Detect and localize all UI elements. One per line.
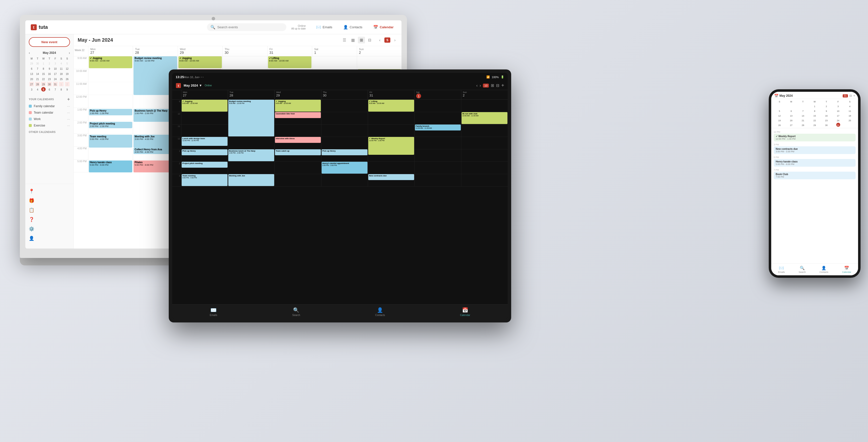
cal-day[interactable]: 17: [53, 71, 58, 76]
cal-day[interactable]: 22: [41, 77, 46, 81]
t-event-jogging-mon[interactable]: ✓ Jogging 9:00 AM - 10:00 AM: [182, 100, 227, 112]
p-day-17[interactable]: 17: [836, 113, 840, 117]
sidebar-icon-tasks[interactable]: 📋: [25, 206, 73, 215]
nav-emails[interactable]: ✉️ Emails: [313, 23, 335, 31]
t-event-report-fri[interactable]: ✓ Weekly Report 12:00 PM - 1:30 PM: [368, 137, 414, 155]
t-event-henry-thu[interactable]: Pick up Henry: [321, 149, 368, 155]
p-day-20[interactable]: 20: [789, 118, 793, 122]
phone-nav-calendar[interactable]: 📅 Calendar: [842, 266, 851, 273]
cal-day-29[interactable]: 29: [41, 82, 46, 86]
cal-day-30[interactable]: 30: [47, 82, 52, 86]
nav-contacts[interactable]: 👤 Contacts: [340, 23, 365, 31]
event-jogging-mon[interactable]: ✓ Jogging 9:00 AM - 10:00 AM: [89, 56, 132, 68]
p-day-5[interactable]: 5: [777, 108, 781, 113]
cal-day[interactable]: 3: [53, 61, 58, 65]
sidebar-icon-help[interactable]: ❓: [25, 215, 73, 224]
p-day-11[interactable]: 11: [848, 108, 852, 113]
p-day-14[interactable]: 14: [801, 113, 805, 117]
cal-day-27[interactable]: 27: [29, 82, 34, 86]
mini-cal-prev[interactable]: ‹: [29, 51, 30, 55]
p-day-3[interactable]: 3: [836, 104, 840, 108]
t-event-team-mon[interactable]: Team meeting 3:00 PM - 4:00 PM: [182, 174, 227, 186]
tablet-view-week-icon[interactable]: ⊞: [491, 83, 494, 88]
cal-day[interactable]: 12: [65, 66, 69, 71]
cal-day[interactable]: 19: [65, 71, 69, 76]
cal-day[interactable]: 29: [29, 61, 34, 65]
p-day[interactable]: [777, 104, 781, 108]
p-day-26[interactable]: 26: [777, 123, 781, 127]
new-event-button[interactable]: New event: [29, 37, 70, 47]
t-event-biz-tue[interactable]: Business lunch @ The Harp 1:00 PM - 2:00…: [228, 149, 274, 161]
cal-day[interactable]: 4: [35, 87, 40, 92]
t-event-lunch-mon[interactable]: Lunch with design team 12:00 PM - 12:45 …: [182, 137, 227, 146]
phone-nav-emails[interactable]: ✉️ Emails: [778, 266, 785, 273]
cal-day[interactable]: 18: [59, 71, 64, 76]
cal-day-1[interactable]: 1: [59, 82, 64, 86]
cal-day[interactable]: 21: [35, 77, 40, 81]
t-event-dentist-thu[interactable]: Henry's dentist appointment 2:00 PM - 3:…: [321, 162, 368, 173]
p-day-9[interactable]: 9: [824, 108, 828, 113]
p-day-6[interactable]: 6: [789, 108, 793, 113]
cal-day[interactable]: 13: [29, 71, 34, 76]
t-event-team-wed[interactable]: Team catch up: [275, 149, 321, 155]
cal-day[interactable]: 24: [53, 77, 58, 81]
p-day-22[interactable]: 22: [813, 118, 817, 122]
cal-day[interactable]: 6: [47, 87, 52, 92]
cal-day[interactable]: 26: [65, 77, 69, 81]
view-month-button[interactable]: ⊟: [366, 37, 373, 43]
tablet-today-badge[interactable]: 10: [483, 84, 489, 88]
cal-day-31[interactable]: 31: [53, 82, 58, 86]
p-day-15[interactable]: 15: [813, 113, 817, 117]
tablet-month-button[interactable]: May 2024 ▼: [184, 84, 202, 87]
cal-day[interactable]: 20: [29, 77, 34, 81]
p-day[interactable]: [801, 104, 805, 108]
cal-day[interactable]: 9: [65, 87, 69, 92]
tablet-next-button[interactable]: ›: [480, 83, 481, 88]
cal-day[interactable]: 2: [47, 61, 52, 65]
t-event-5k-sun[interactable]: 5k run with club 10:00 AM - 11:00 AM: [462, 112, 507, 124]
phone-today-badge[interactable]: 31: [843, 94, 848, 97]
event-pitch-mon[interactable]: Project pitch meeting 2:00 PM - 2:30 PM: [89, 122, 132, 128]
t-event-cav-wed[interactable]: Cavendish Site Visit: [275, 112, 321, 118]
p-day-30[interactable]: 30: [824, 123, 828, 127]
cal-day[interactable]: 8: [59, 87, 64, 92]
t-event-jog-wed[interactable]: ✓ Jogging 9:00 AM - 10:00 AM: [275, 100, 321, 112]
cal-day[interactable]: 30: [35, 61, 40, 65]
cal-day-2[interactable]: 2: [65, 82, 69, 86]
sidebar-icon-settings[interactable]: ⚙️: [25, 224, 73, 234]
phone-add-button[interactable]: +: [854, 94, 855, 97]
t-event-contracts-fri[interactable]: New contracts due: [368, 174, 414, 180]
p-day-29[interactable]: 29: [813, 123, 817, 127]
p-event-bookclub[interactable]: Book Club 7:00 PM: [774, 171, 856, 179]
t-event-budget-tue[interactable]: Budget review meeting 9:00 AM - 12:00 PM: [228, 100, 274, 136]
event-jogging-wed[interactable]: ✓ Jogging 9:00 AM - 10:00 AM: [178, 56, 222, 68]
sidebar-icon-gift[interactable]: 🎁: [25, 196, 73, 206]
p-day-23[interactable]: 23: [824, 118, 828, 122]
event-team-mon[interactable]: Team meeting 3:00 PM - 4:00 PM: [89, 135, 132, 148]
p-day-2[interactable]: 2: [824, 104, 828, 108]
cal-prev-button[interactable]: ‹: [377, 37, 382, 43]
tablet-add-event-button[interactable]: +: [501, 83, 504, 88]
p-day-21[interactable]: 21: [801, 118, 805, 122]
t-event-brunch-sat[interactable]: Family brunch 11:00 AM - 11:30 AM: [415, 125, 461, 130]
p-day-25[interactable]: 25: [848, 118, 852, 122]
cal-day[interactable]: 11: [59, 66, 64, 71]
calendar-item-exercise[interactable]: Exercise ···: [25, 122, 73, 129]
calendar-item-work[interactable]: Work ···: [25, 116, 73, 122]
view-list-button[interactable]: ☰: [341, 37, 348, 43]
view-day-button[interactable]: ▦: [349, 37, 357, 43]
phone-nav-contacts[interactable]: 👤 Contacts: [819, 266, 829, 273]
p-event-report[interactable]: ✓ Weekly Report 12:00 PM - 1:30 PM: [774, 134, 856, 141]
p-day-18[interactable]: 18: [848, 113, 852, 117]
event-lifting-fri[interactable]: ✓ Lifting 9:00 AM - 10:00 AM: [268, 56, 311, 68]
cal-day[interactable]: 14: [35, 71, 40, 76]
cal-next-button[interactable]: ›: [392, 37, 398, 43]
calendar-item-family[interactable]: Family calendar ···: [25, 103, 73, 109]
tablet-nav-calendar[interactable]: 📅 Calendar: [460, 307, 470, 316]
tablet-nav-emails[interactable]: ✉️ Emails: [210, 307, 217, 316]
sidebar-icon-location[interactable]: 📍: [25, 187, 73, 196]
p-day-7[interactable]: 7: [801, 108, 805, 113]
p-day-12[interactable]: 12: [777, 113, 781, 117]
p-day-1[interactable]: 1: [813, 104, 817, 108]
cal-day[interactable]: 6: [29, 66, 34, 71]
